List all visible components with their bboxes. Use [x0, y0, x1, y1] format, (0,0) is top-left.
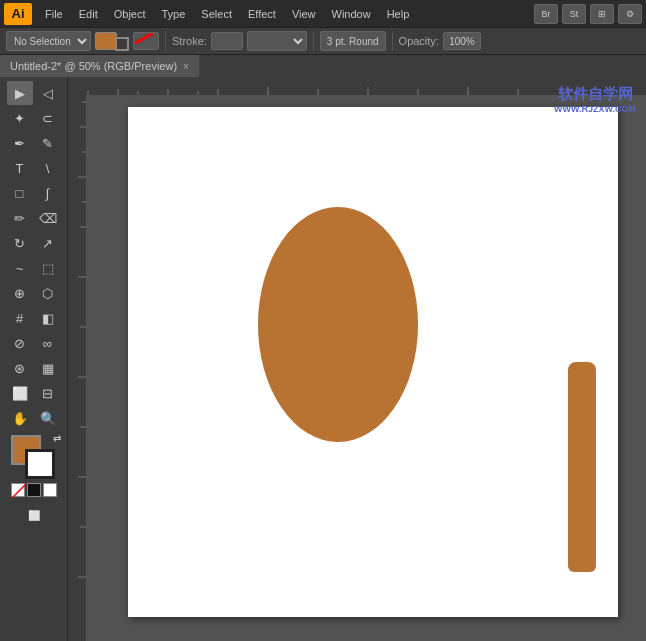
selection-tool[interactable]: ▶: [7, 81, 33, 105]
opacity-input[interactable]: [443, 32, 481, 50]
none-swatch[interactable]: [11, 483, 25, 497]
app-logo: Ai: [4, 3, 32, 25]
warp-tool[interactable]: ~: [7, 256, 33, 280]
tool-row-6: ✏ ⌫: [7, 206, 61, 230]
tool-row-8: ~ ⬚: [7, 256, 61, 280]
white-swatch[interactable]: [43, 483, 57, 497]
rectangle-tool[interactable]: □: [7, 181, 33, 205]
tool-row-10: # ◧: [7, 306, 61, 330]
change-screen-mode[interactable]: ⬜: [21, 503, 47, 527]
toolbar-top: No Selection Stroke: 3 pt. Round Opacity…: [0, 27, 646, 55]
main-area: ▶ ◁ ✦ ⊂ ✒ ✎ T \ □ ∫ ✏ ⌫ ↻ ↗ ~ ⬚: [0, 77, 646, 641]
menu-select[interactable]: Select: [194, 6, 239, 22]
bridge-icon[interactable]: Br: [534, 4, 558, 24]
tool-row-9: ⊕ ⬡: [7, 281, 61, 305]
menu-bar: Ai File Edit Object Type Select Effect V…: [0, 0, 646, 27]
tool-row-5: □ ∫: [7, 181, 61, 205]
settings-icon[interactable]: ⚙: [618, 4, 642, 24]
bottom-icons: ⬜: [21, 503, 47, 527]
add-anchor-tool[interactable]: ✎: [35, 131, 61, 155]
perspective-tool[interactable]: ⬡: [35, 281, 61, 305]
eyedropper-tool[interactable]: ⊘: [7, 331, 33, 355]
type-tool[interactable]: T: [7, 156, 33, 180]
opacity-label: Opacity:: [399, 35, 439, 47]
left-toolbar: ▶ ◁ ✦ ⊂ ✒ ✎ T \ □ ∫ ✏ ⌫ ↻ ↗ ~ ⬚: [0, 77, 68, 641]
canvas-area[interactable]: 软件自学网 WWW.RJZXW.COM: [68, 77, 646, 641]
menu-object[interactable]: Object: [107, 6, 153, 22]
pen-tool[interactable]: ✒: [7, 131, 33, 155]
paintbrush-tool[interactable]: ∫: [35, 181, 61, 205]
line-tool[interactable]: \: [35, 156, 61, 180]
tab-bar: Untitled-2* @ 50% (RGB/Preview) ×: [0, 55, 646, 77]
bar-chart-tool[interactable]: ▦: [35, 356, 61, 380]
swap-colors-icon[interactable]: ⇄: [53, 433, 61, 444]
pencil-tool[interactable]: ✏: [7, 206, 33, 230]
tool-row-14: ✋ 🔍: [7, 406, 61, 430]
zoom-tool[interactable]: 🔍: [35, 406, 61, 430]
menu-effect[interactable]: Effect: [241, 6, 283, 22]
gradient-tool[interactable]: ◧: [35, 306, 61, 330]
tool-row-11: ⊘ ∞: [7, 331, 61, 355]
ellipse-shape[interactable]: [258, 207, 418, 442]
menu-view[interactable]: View: [285, 6, 323, 22]
tab-close-btn[interactable]: ×: [183, 61, 189, 72]
mesh-tool[interactable]: #: [7, 306, 33, 330]
svg-rect-16: [68, 77, 86, 641]
selection-dropdown[interactable]: No Selection: [6, 31, 91, 51]
stock-icon[interactable]: St: [562, 4, 586, 24]
menu-type[interactable]: Type: [155, 6, 193, 22]
stroke-style-dropdown[interactable]: [247, 31, 307, 51]
symbol-tool[interactable]: ⊛: [7, 356, 33, 380]
ruler-left: [68, 77, 86, 641]
stroke-input[interactable]: [211, 32, 243, 50]
pt-round-button[interactable]: 3 pt. Round: [320, 31, 386, 51]
fill-color-swatch[interactable]: [95, 32, 117, 50]
workspace-icon[interactable]: ⊞: [590, 4, 614, 24]
blend-tool[interactable]: ∞: [35, 331, 61, 355]
lasso-tool[interactable]: ⊂: [35, 106, 61, 130]
direct-selection-tool[interactable]: ◁: [35, 81, 61, 105]
hand-tool[interactable]: ✋: [7, 406, 33, 430]
eraser-tool[interactable]: ⌫: [35, 206, 61, 230]
svg-line-0: [12, 484, 26, 498]
tool-row-4: T \: [7, 156, 61, 180]
menu-edit[interactable]: Edit: [72, 6, 105, 22]
ruler-top: [68, 77, 646, 95]
slice-tool[interactable]: ⊟: [35, 381, 61, 405]
tool-row-1: ▶ ◁: [7, 81, 61, 105]
rotate-tool[interactable]: ↻: [7, 231, 33, 255]
menu-help[interactable]: Help: [380, 6, 417, 22]
bridge-icons: Br St ⊞ ⚙: [534, 4, 642, 24]
small-swatches: [11, 483, 57, 497]
shape-builder-tool[interactable]: ⊕: [7, 281, 33, 305]
color-area: ⇄: [11, 435, 57, 497]
document-tab[interactable]: Untitled-2* @ 50% (RGB/Preview) ×: [0, 55, 200, 77]
separator1: [165, 31, 166, 51]
separator2: [313, 31, 314, 51]
tool-row-13: ⬜ ⊟: [7, 381, 61, 405]
black-swatch[interactable]: [27, 483, 41, 497]
magic-wand-tool[interactable]: ✦: [7, 106, 33, 130]
fill-stroke-area: ⇄: [11, 435, 57, 481]
artboard: [128, 107, 618, 617]
stroke-color-swatch[interactable]: [115, 37, 129, 51]
stroke-swatch[interactable]: [25, 449, 55, 479]
svg-rect-1: [68, 77, 646, 95]
tool-row-2: ✦ ⊂: [7, 106, 61, 130]
tool-row-12: ⊛ ▦: [7, 356, 61, 380]
menu-file[interactable]: File: [38, 6, 70, 22]
tab-title: Untitled-2* @ 50% (RGB/Preview): [10, 60, 177, 72]
tool-row-3: ✒ ✎: [7, 131, 61, 155]
separator3: [392, 31, 393, 51]
stroke-arrow-btn[interactable]: [133, 32, 159, 50]
free-transform-tool[interactable]: ⬚: [35, 256, 61, 280]
rectangle-shape[interactable]: [568, 362, 596, 572]
stroke-label: Stroke:: [172, 35, 207, 47]
artboard-tool[interactable]: ⬜: [7, 381, 33, 405]
menu-window[interactable]: Window: [325, 6, 378, 22]
tool-row-7: ↻ ↗: [7, 231, 61, 255]
scale-tool[interactable]: ↗: [35, 231, 61, 255]
